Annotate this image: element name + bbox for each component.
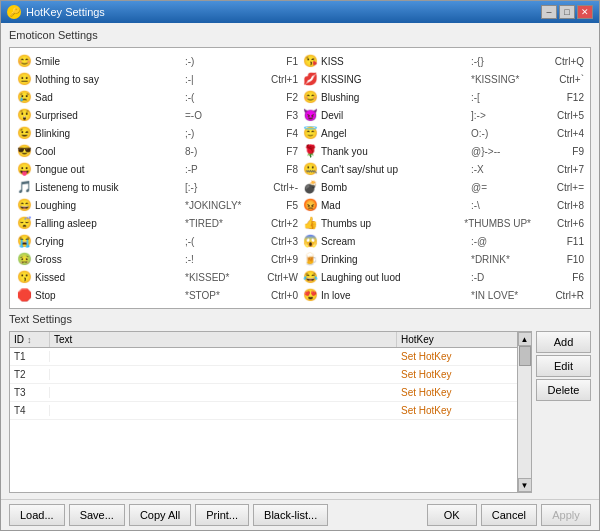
- emoticon-row-right-12[interactable]: 😂 Laughing out luod :-D F6: [300, 268, 586, 286]
- table-body: T1 Set HotKey T2 Set HotKey T3 Set HotKe…: [10, 348, 517, 492]
- emoticon-row-right-5[interactable]: 🌹 Thank you @}->-- F9: [300, 142, 586, 160]
- scrollbar[interactable]: ▲ ▼: [517, 332, 531, 492]
- emoticon-icon: 🍺: [302, 251, 318, 267]
- scroll-down-button[interactable]: ▼: [518, 478, 532, 492]
- emoticon-icon: 😈: [302, 107, 318, 123]
- table-row-2[interactable]: T3 Set HotKey: [10, 384, 517, 402]
- cell-hotkey[interactable]: Set HotKey: [397, 405, 517, 416]
- emoticon-row-right-10[interactable]: 😱 Scream :-@ F11: [300, 232, 586, 250]
- emoticon-row-left-10[interactable]: 😭 Crying ;-( Ctrl+3: [14, 232, 300, 250]
- emoticon-hotkey: F10: [534, 254, 584, 265]
- emoticon-row-left-6[interactable]: 😛 Tongue out :-P F8: [14, 160, 300, 178]
- emoticon-hotkey: Ctrl+6: [534, 218, 584, 229]
- emoticon-row-right-9[interactable]: 👍 Thumbs up *THUMBS UP* Ctrl+6: [300, 214, 586, 232]
- emoticon-row-left-5[interactable]: 😎 Cool 8-) F7: [14, 142, 300, 160]
- save-button[interactable]: Save...: [69, 504, 125, 526]
- emoticon-code: :-): [185, 56, 245, 67]
- cell-hotkey[interactable]: Set HotKey: [397, 351, 517, 362]
- sort-arrow-id[interactable]: ↕: [27, 335, 32, 345]
- scroll-up-button[interactable]: ▲: [518, 332, 532, 346]
- emoticon-name: Tongue out: [35, 164, 182, 175]
- emoticon-code: :-\: [471, 200, 531, 211]
- copy-all-button[interactable]: Copy All: [129, 504, 191, 526]
- cancel-button[interactable]: Cancel: [481, 504, 537, 526]
- text-table-inner: ID ↕ Text HotKey T1 Set HotKey T2 Set Ho…: [10, 332, 517, 492]
- emoticon-icon: 😐: [16, 71, 32, 87]
- emoticon-col-left: 😊 Smile :-) F1 😐 Nothing to say :-| Ctrl…: [14, 52, 300, 304]
- emoticon-code: *JOKINGLY*: [185, 200, 245, 211]
- emoticon-row-left-12[interactable]: 😗 Kissed *KISSED* Ctrl+W: [14, 268, 300, 286]
- emoticon-panel: 😊 Smile :-) F1 😐 Nothing to say :-| Ctrl…: [9, 47, 591, 309]
- emoticon-row-right-4[interactable]: 😇 Angel O:-) Ctrl+4: [300, 124, 586, 142]
- emoticon-row-right-13[interactable]: 😍 In love *IN LOVE* Ctrl+R: [300, 286, 586, 304]
- emoticon-row-right-8[interactable]: 😡 Mad :-\ Ctrl+8: [300, 196, 586, 214]
- apply-button[interactable]: Apply: [541, 504, 591, 526]
- emoticon-code: :-P: [185, 164, 245, 175]
- emoticon-code: :-@: [471, 236, 531, 247]
- table-row-3[interactable]: T4 Set HotKey: [10, 402, 517, 420]
- emoticon-name: Drinking: [321, 254, 468, 265]
- emoticon-row-right-3[interactable]: 😈 Devil ]:-> Ctrl+5: [300, 106, 586, 124]
- emoticon-name: Mad: [321, 200, 468, 211]
- emoticon-row-left-9[interactable]: 😴 Falling asleep *TIRED* Ctrl+2: [14, 214, 300, 232]
- emoticon-icon: 😉: [16, 125, 32, 141]
- emoticon-name: Laughing out luod: [321, 272, 468, 283]
- emoticon-name: Kissed: [35, 272, 182, 283]
- emoticon-icon: 😴: [16, 215, 32, 231]
- emoticon-code: O:-): [471, 128, 531, 139]
- emoticon-code: :-X: [471, 164, 531, 175]
- scroll-track[interactable]: [518, 346, 531, 478]
- cell-hotkey[interactable]: Set HotKey: [397, 369, 517, 380]
- emoticon-row-right-7[interactable]: 💣 Bomb @= Ctrl+=: [300, 178, 586, 196]
- emoticon-icon: 😂: [302, 269, 318, 285]
- emoticon-section-label: Emoticon Settings: [9, 29, 591, 41]
- table-row-0[interactable]: T1 Set HotKey: [10, 348, 517, 366]
- emoticon-icon: 👍: [302, 215, 318, 231]
- emoticon-hotkey: Ctrl+7: [534, 164, 584, 175]
- load-button[interactable]: Load...: [9, 504, 65, 526]
- maximize-button[interactable]: □: [559, 5, 575, 19]
- emoticon-icon: 😭: [16, 233, 32, 249]
- emoticon-code: @}->--: [471, 146, 531, 157]
- emoticon-code: *DRINK*: [471, 254, 531, 265]
- emoticon-row-right-0[interactable]: 😘 KISS :-{} Ctrl+Q: [300, 52, 586, 70]
- emoticon-row-right-2[interactable]: 😊 Blushing :-[ F12: [300, 88, 586, 106]
- emoticon-row-left-3[interactable]: 😲 Surprised =-O F3: [14, 106, 300, 124]
- emoticon-row-left-1[interactable]: 😐 Nothing to say :-| Ctrl+1: [14, 70, 300, 88]
- bottom-right-buttons: OK Cancel Apply: [427, 504, 591, 526]
- emoticon-row-left-4[interactable]: 😉 Blinking ;-) F4: [14, 124, 300, 142]
- emoticon-code: *KISSED*: [185, 272, 245, 283]
- emoticon-icon: 😄: [16, 197, 32, 213]
- emoticon-icon: 🤢: [16, 251, 32, 267]
- close-button[interactable]: ✕: [577, 5, 593, 19]
- table-row-1[interactable]: T2 Set HotKey: [10, 366, 517, 384]
- emoticon-row-left-2[interactable]: 😢 Sad :-( F2: [14, 88, 300, 106]
- minimize-button[interactable]: –: [541, 5, 557, 19]
- emoticon-row-left-8[interactable]: 😄 Loughing *JOKINGLY* F5: [14, 196, 300, 214]
- emoticon-row-right-6[interactable]: 🤐 Can't say/shut up :-X Ctrl+7: [300, 160, 586, 178]
- emoticon-code: ;-(: [185, 236, 245, 247]
- emoticon-row-left-11[interactable]: 🤢 Gross :-! Ctrl+9: [14, 250, 300, 268]
- emoticon-icon: 😢: [16, 89, 32, 105]
- window-title: HotKey Settings: [26, 6, 105, 18]
- emoticon-row-left-13[interactable]: 🛑 Stop *STOP* Ctrl+0: [14, 286, 300, 304]
- add-button[interactable]: Add: [536, 331, 591, 353]
- emoticon-hotkey: Ctrl+Q: [534, 56, 584, 67]
- emoticon-row-right-11[interactable]: 🍺 Drinking *DRINK* F10: [300, 250, 586, 268]
- emoticon-row-left-0[interactable]: 😊 Smile :-) F1: [14, 52, 300, 70]
- emoticon-hotkey: Ctrl+5: [534, 110, 584, 121]
- blacklist-button[interactable]: Black-list...: [253, 504, 328, 526]
- emoticon-row-right-1[interactable]: 💋 KISSING *KISSING* Ctrl+`: [300, 70, 586, 88]
- emoticon-code: *TIRED*: [185, 218, 245, 229]
- emoticon-row-left-7[interactable]: 🎵 Listeneng to musik [:-} Ctrl+-: [14, 178, 300, 196]
- text-section: ID ↕ Text HotKey T1 Set HotKey T2 Set Ho…: [9, 331, 591, 493]
- edit-button[interactable]: Edit: [536, 355, 591, 377]
- emoticon-name: KISSING: [321, 74, 468, 85]
- scroll-thumb[interactable]: [519, 346, 531, 366]
- emoticon-name: Thumbs up: [321, 218, 461, 229]
- delete-button[interactable]: Delete: [536, 379, 591, 401]
- cell-hotkey[interactable]: Set HotKey: [397, 387, 517, 398]
- ok-button[interactable]: OK: [427, 504, 477, 526]
- print-button[interactable]: Print...: [195, 504, 249, 526]
- emoticon-name: Blushing: [321, 92, 468, 103]
